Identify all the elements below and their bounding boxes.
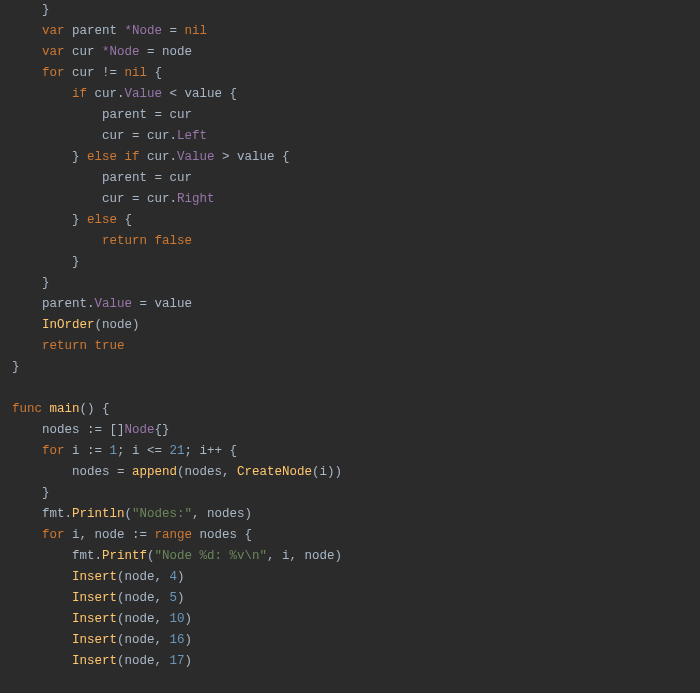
- token-op: {: [117, 213, 132, 227]
- token-fn: Printf: [102, 549, 147, 563]
- token-id: cur !=: [72, 66, 125, 80]
- code-line[interactable]: parent = cur: [12, 171, 192, 185]
- token-str: "Nodes:": [132, 507, 192, 521]
- token-kw: if: [72, 87, 95, 101]
- code-line[interactable]: cur = cur.Left: [12, 129, 207, 143]
- code-line[interactable]: Insert(node, 17): [12, 654, 192, 668]
- token-kw: else: [87, 213, 117, 227]
- token-op: ): [177, 591, 185, 605]
- token-id: ; i <=: [117, 444, 170, 458]
- token-num: 16: [170, 633, 185, 647]
- token-op: }: [72, 213, 87, 227]
- code-line[interactable]: return true: [12, 339, 125, 353]
- token-kw: range: [155, 528, 200, 542]
- token-id: parent.: [42, 297, 95, 311]
- code-editor[interactable]: } var parent *Node = nil var cur *Node =…: [0, 0, 700, 672]
- code-line[interactable]: nodes = append(nodes, CreateNode(i)): [12, 465, 342, 479]
- token-id: cur = cur.: [102, 192, 177, 206]
- token-kw: for: [42, 444, 72, 458]
- code-line[interactable]: fmt.Println("Nodes:", nodes): [12, 507, 252, 521]
- token-id: (nodes,: [177, 465, 237, 479]
- code-line[interactable]: Insert(node, 5): [12, 591, 185, 605]
- code-line[interactable]: fmt.Printf("Node %d: %v\n", i, node): [12, 549, 342, 563]
- token-fn: main: [50, 402, 80, 416]
- token-id: (node,: [117, 570, 170, 584]
- code-line[interactable]: }: [12, 255, 80, 269]
- token-bool: false: [155, 234, 193, 248]
- token-id: nodes {: [200, 528, 253, 542]
- token-kw: var: [42, 45, 72, 59]
- token-fn: Println: [72, 507, 125, 521]
- code-line[interactable]: }: [12, 276, 50, 290]
- token-op: () {: [80, 402, 110, 416]
- token-id: cur.: [95, 87, 125, 101]
- code-line[interactable]: var parent *Node = nil: [12, 24, 207, 38]
- code-line[interactable]: for i, node := range nodes {: [12, 528, 252, 542]
- code-line[interactable]: Insert(node, 16): [12, 633, 192, 647]
- token-id: fmt.: [72, 549, 102, 563]
- code-line[interactable]: } else {: [12, 213, 132, 227]
- code-line[interactable]: nodes := []Node{}: [12, 423, 170, 437]
- token-id: (i)): [312, 465, 342, 479]
- token-id: > value {: [215, 150, 290, 164]
- token-num: 1: [110, 444, 118, 458]
- token-id: fmt.: [42, 507, 72, 521]
- code-line[interactable]: }: [12, 3, 50, 17]
- code-line[interactable]: Insert(node, 4): [12, 570, 185, 584]
- token-id: ; i++ {: [185, 444, 238, 458]
- token-op: }: [42, 486, 50, 500]
- token-prop: Value: [177, 150, 215, 164]
- token-prop: Value: [95, 297, 133, 311]
- code-line[interactable]: cur = cur.Right: [12, 192, 215, 206]
- token-str: "Node %d: %v\n": [155, 549, 268, 563]
- token-fn: CreateNode: [237, 465, 312, 479]
- token-id: nodes := []: [42, 423, 125, 437]
- code-line[interactable]: }: [12, 486, 50, 500]
- token-op: =: [140, 45, 163, 59]
- token-id: i, node :=: [72, 528, 155, 542]
- token-id: cur: [72, 45, 102, 59]
- code-line[interactable]: InOrder(node): [12, 318, 140, 332]
- code-line[interactable]: var cur *Node = node: [12, 45, 192, 59]
- code-line[interactable]: Insert(node, 10): [12, 612, 192, 626]
- token-prop: *Node: [125, 24, 163, 38]
- token-kw: return: [42, 339, 95, 353]
- token-op: ): [177, 570, 185, 584]
- token-id: i :=: [72, 444, 110, 458]
- token-id: cur.: [147, 150, 177, 164]
- code-line[interactable]: }: [12, 360, 20, 374]
- token-op: }: [42, 276, 50, 290]
- code-line[interactable]: func main() {: [12, 402, 110, 416]
- token-num: 17: [170, 654, 185, 668]
- token-fn: Insert: [72, 654, 117, 668]
- token-op: }: [42, 3, 50, 17]
- token-kw: func: [12, 402, 50, 416]
- token-num: 4: [170, 570, 178, 584]
- code-line[interactable]: if cur.Value < value {: [12, 87, 237, 101]
- token-prop: Right: [177, 192, 215, 206]
- token-num: 5: [170, 591, 178, 605]
- code-line[interactable]: return false: [12, 234, 192, 248]
- token-id: nodes =: [72, 465, 132, 479]
- token-op: {}: [155, 423, 170, 437]
- token-op: }: [72, 255, 80, 269]
- code-line[interactable]: parent = cur: [12, 108, 192, 122]
- token-kw: return: [102, 234, 155, 248]
- token-id: (node,: [117, 591, 170, 605]
- token-op: {: [147, 66, 162, 80]
- token-fn: Insert: [72, 633, 117, 647]
- token-prop: Value: [125, 87, 163, 101]
- token-bool: true: [95, 339, 125, 353]
- token-id: (node,: [117, 612, 170, 626]
- code-line[interactable]: for cur != nil {: [12, 66, 162, 80]
- token-id: node: [162, 45, 192, 59]
- token-id: , i, node): [267, 549, 342, 563]
- token-kw: for: [42, 66, 72, 80]
- code-line[interactable]: parent.Value = value: [12, 297, 192, 311]
- code-line[interactable]: for i := 1; i <= 21; i++ {: [12, 444, 237, 458]
- token-num: 21: [170, 444, 185, 458]
- token-prop: *Node: [102, 45, 140, 59]
- token-prop: Left: [177, 129, 207, 143]
- token-bool: nil: [125, 66, 148, 80]
- code-line[interactable]: } else if cur.Value > value {: [12, 150, 290, 164]
